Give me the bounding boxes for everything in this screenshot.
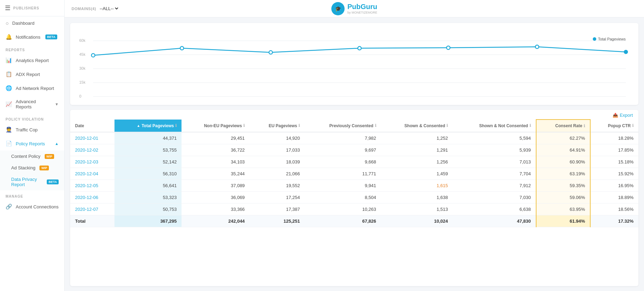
sidebar-item-advanced[interactable]: 📈 Advanced Reports ▼ [0, 95, 64, 113]
cell-popup-ctr: 15.18% [590, 156, 638, 168]
domains-selector[interactable]: DOMAINS(4) --ALL-- [72, 6, 119, 12]
sidebar-header: ☰ PUBLISHERS [0, 0, 64, 16]
cell-total-popup-ctr: 17.32% [590, 215, 638, 227]
domains-select[interactable]: --ALL-- [98, 6, 119, 12]
svg-text:30k: 30k [79, 66, 86, 70]
cell-eu-pv: 17,033 [250, 144, 305, 156]
export-button[interactable]: 📤 Export [613, 113, 633, 118]
sidebar-item-label: Account Connections [16, 204, 59, 209]
sidebar-item-notifications[interactable]: 🔔 Notifications BETA [0, 30, 64, 44]
cell-consent-rate: 59.35% [536, 180, 590, 192]
cell-eu-pv: 17,254 [250, 192, 305, 204]
cell-shown-consented: 1,513 [381, 204, 453, 215]
cell-total-pv: 52,142 [114, 156, 182, 168]
col-total-pv[interactable]: ▲ Total Pageviews ℹ [114, 120, 182, 132]
cell-total-pv: 53,755 [114, 144, 182, 156]
table-container: 📤 Export Date ▲ [70, 110, 638, 286]
connections-icon: 🔗 [6, 204, 12, 210]
advanced-icon: 📈 [6, 101, 12, 107]
info-icon-total-pv[interactable]: ℹ [175, 123, 177, 128]
sidebar-item-dashboard[interactable]: ○ Dashboard [0, 16, 64, 30]
logo-sub: by MONETIZEMORE [347, 11, 377, 14]
publishers-label: PUBLISHERS [13, 6, 39, 10]
cell-consent-rate: 63.19% [536, 168, 590, 180]
dashboard-icon: ○ [6, 20, 9, 26]
data-table: Date ▲ Total Pageviews ℹ [70, 119, 638, 227]
table-row: 2020-12-04 56,310 35,244 21,066 11,771 1… [70, 168, 638, 180]
consent-rate-col-label: Consent Rate [555, 123, 582, 128]
cell-non-eu-pv: 36,069 [182, 192, 250, 204]
logo-icon: 🎓 [331, 2, 345, 15]
info-icon-consent-rate[interactable]: ℹ [584, 124, 585, 128]
sidebar-item-account-connections[interactable]: 🔗 Account Connections [0, 200, 64, 214]
domains-label: DOMAINS(4) [72, 7, 96, 11]
sidebar-item-ad-stacking[interactable]: Ad Stacking WIP [0, 162, 64, 174]
sidebar-item-label: Ad Network Report [16, 86, 54, 91]
sidebar-item-adnetwork[interactable]: 🌐 Ad Network Report [0, 81, 64, 95]
cell-total-pv: 367,295 [114, 215, 182, 227]
svg-point-13 [180, 46, 184, 50]
cell-non-eu-pv: 29,451 [182, 132, 250, 144]
cell-popup-ctr: 18.56% [590, 204, 638, 215]
sidebar-item-analytics[interactable]: 📊 Analytics Report [0, 53, 64, 67]
cell-consent-rate: 60.90% [536, 156, 590, 168]
cell-shown-consented: 1,256 [381, 156, 453, 168]
col-date: Date [70, 120, 114, 132]
cell-popup-ctr: 15.92% [590, 168, 638, 180]
cell-shown-not-consented: 5,939 [453, 144, 536, 156]
sidebar-item-label: Traffic Cop [16, 127, 38, 132]
content-policy-label: Content Policy [11, 154, 40, 159]
cell-shown-not-consented: 7,030 [453, 192, 536, 204]
beta-badge: BETA [45, 35, 57, 39]
reports-section-label: REPORTS [0, 44, 64, 53]
chevron-up-icon: ▲ [55, 141, 59, 146]
cell-non-eu-pv: 33,366 [182, 204, 250, 215]
svg-text:45k: 45k [79, 52, 86, 56]
info-icon-shown-nc[interactable]: ℹ [530, 123, 531, 128]
cell-prev-consented: 9,668 [305, 156, 381, 168]
cell-prev-consented: 11,771 [305, 168, 381, 180]
non-eu-pv-col-label: Non-EU Pageviews [204, 123, 242, 128]
svg-text:0: 0 [79, 94, 81, 98]
cell-shown-not-consented: 7,013 [453, 156, 536, 168]
table-header-row: Date ▲ Total Pageviews ℹ [70, 120, 638, 132]
cell-total-label: Total [70, 215, 114, 227]
svg-text:15k: 15k [79, 80, 86, 84]
chart-container: 0 15k 30k 45k 60k [70, 23, 638, 105]
cell-shown-consented: 1,459 [381, 168, 453, 180]
cell-total-shown-not-consented: 47,830 [453, 215, 536, 227]
sidebar-item-content-policy[interactable]: Content Policy WIP [0, 151, 64, 162]
cell-total-pv: 53,323 [114, 192, 182, 204]
analytics-icon: 📊 [6, 57, 12, 63]
sidebar-item-data-privacy[interactable]: Data Privacy Report BETA [0, 174, 64, 190]
policy-sub-items: Content Policy WIP Ad Stacking WIP Data … [0, 151, 64, 190]
pubguru-logo-svg: 🎓 [333, 4, 342, 13]
cell-eu-pv: 21,066 [250, 168, 305, 180]
total-row: Total 367,295 242,044 125,251 67,826 10,… [70, 215, 638, 227]
policy-section-label: POLICY VIOLATION [0, 113, 64, 123]
hamburger-icon[interactable]: ☰ [5, 4, 10, 12]
table-row: 2020-12-02 53,755 36,722 17,033 9,697 1,… [70, 144, 638, 156]
table-header-bar: 📤 Export [70, 110, 638, 119]
cell-shown-consented: 1,615 [381, 180, 453, 192]
sidebar-item-trafficcop[interactable]: 👮 Traffic Cop [0, 123, 64, 137]
info-icon-non-eu[interactable]: ℹ [243, 123, 245, 128]
info-icon-eu[interactable]: ℹ [298, 123, 300, 128]
info-icon-shown-c[interactable]: ℹ [446, 123, 448, 128]
cell-date: 2020-12-04 [70, 168, 114, 180]
svg-point-25 [593, 37, 596, 41]
cell-consent-rate: 62.27% [536, 132, 590, 144]
sidebar-item-policy-reports[interactable]: 📄 Policy Reports ▲ [0, 137, 64, 151]
info-icon-prev[interactable]: ℹ [375, 123, 376, 128]
prev-consented-col-label: Previously Consented [329, 123, 373, 128]
svg-point-15 [358, 46, 361, 50]
chevron-down-icon: ▼ [55, 102, 59, 106]
info-icon-popup-ctr[interactable]: ℹ [632, 123, 634, 128]
cell-shown-not-consented: 5,594 [453, 132, 536, 144]
sidebar-item-adx[interactable]: 📋 ADX Report [0, 67, 64, 81]
cell-eu-pv: 18,039 [250, 156, 305, 168]
svg-point-16 [446, 46, 450, 49]
trafficcop-icon: 👮 [6, 127, 12, 133]
bell-icon: 🔔 [6, 34, 12, 40]
table-body: 2020-12-01 44,371 29,451 14,920 7,982 1,… [70, 132, 638, 227]
